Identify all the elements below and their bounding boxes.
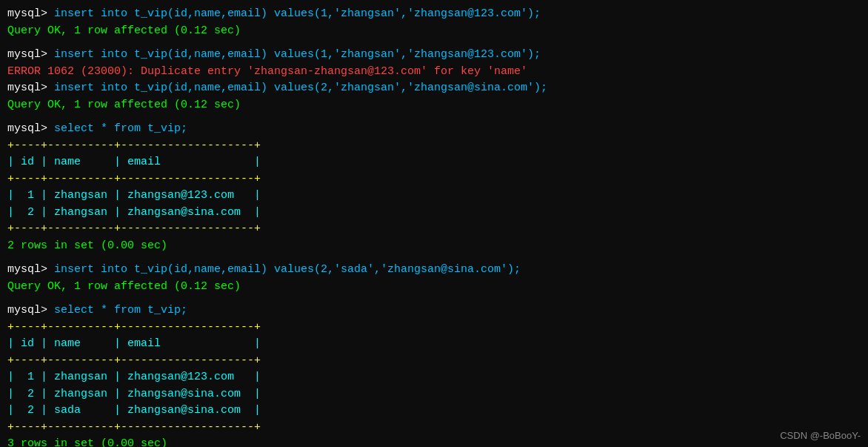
terminal-line: ERROR 1062 (23000): Duplicate entry 'zha…: [7, 64, 861, 81]
cmd-text: select * from t_vip;: [47, 304, 187, 317]
terminal-line: 2 rows in set (0.00 sec): [7, 238, 861, 255]
terminal-line: Query OK, 1 row affected (0.12 sec): [7, 279, 861, 296]
terminal-content: mysql> insert into t_vip(id,name,email) …: [7, 6, 861, 447]
terminal-line: | id | name | email |: [7, 154, 861, 171]
terminal-line: mysql> insert into t_vip(id,name,email) …: [7, 262, 861, 279]
terminal-line: mysql> insert into t_vip(id,name,email) …: [7, 47, 861, 64]
prompt-text: mysql>: [7, 48, 47, 61]
terminal-line: +----+----------+--------------------+: [7, 420, 861, 437]
terminal-line: | 1 | zhangsan | zhangsan@123.com |: [7, 369, 861, 386]
terminal-line: Query OK, 1 row affected (0.12 sec): [7, 23, 861, 40]
cmd-text: insert into t_vip(id,name,email) values(…: [47, 82, 547, 94]
prompt-text: mysql>: [7, 304, 47, 317]
terminal-line: mysql> select * from t_vip;: [7, 121, 861, 138]
blank-line: [7, 295, 861, 302]
blank-line: [7, 113, 861, 121]
terminal-line: +----+----------+--------------------+: [7, 221, 861, 238]
terminal-line: 3 rows in set (0.00 sec): [7, 436, 861, 447]
prompt-text: mysql>: [7, 263, 47, 276]
terminal-line: | 2 | sada | zhangsan@sina.com |: [7, 403, 861, 420]
terminal-line: mysql> insert into t_vip(id,name,email) …: [7, 6, 861, 23]
prompt-text: mysql>: [7, 122, 47, 135]
terminal-line: mysql> insert into t_vip(id,name,email) …: [7, 80, 861, 97]
cmd-text: insert into t_vip(id,name,email) values(…: [47, 48, 541, 61]
terminal-window: mysql> insert into t_vip(id,name,email) …: [0, 0, 868, 447]
cmd-text: insert into t_vip(id,name,email) values(…: [47, 7, 541, 20]
terminal-line: +----+----------+--------------------+: [7, 138, 861, 155]
prompt-text: mysql>: [7, 7, 47, 20]
blank-line: [7, 254, 861, 262]
terminal-line: mysql> select * from t_vip;: [7, 302, 861, 319]
terminal-line: Query OK, 1 row affected (0.12 sec): [7, 97, 861, 114]
terminal-line: | 2 | zhangsan | zhangsan@sina.com |: [7, 205, 861, 222]
terminal-line: | id | name | email |: [7, 336, 861, 353]
cmd-text: insert into t_vip(id,name,email) values(…: [47, 263, 521, 276]
cmd-text: select * from t_vip;: [47, 122, 187, 135]
blank-line: [7, 39, 861, 47]
terminal-line: | 1 | zhangsan | zhangsan@123.com |: [7, 188, 861, 205]
watermark: CSDN @-BoBooY-: [780, 430, 861, 441]
terminal-line: +----+----------+--------------------+: [7, 353, 861, 370]
prompt-text: mysql>: [7, 82, 47, 94]
terminal-line: +----+----------+--------------------+: [7, 171, 861, 188]
terminal-line: | 2 | zhangsan | zhangsan@sina.com |: [7, 386, 861, 403]
terminal-line: +----+----------+--------------------+: [7, 319, 861, 337]
